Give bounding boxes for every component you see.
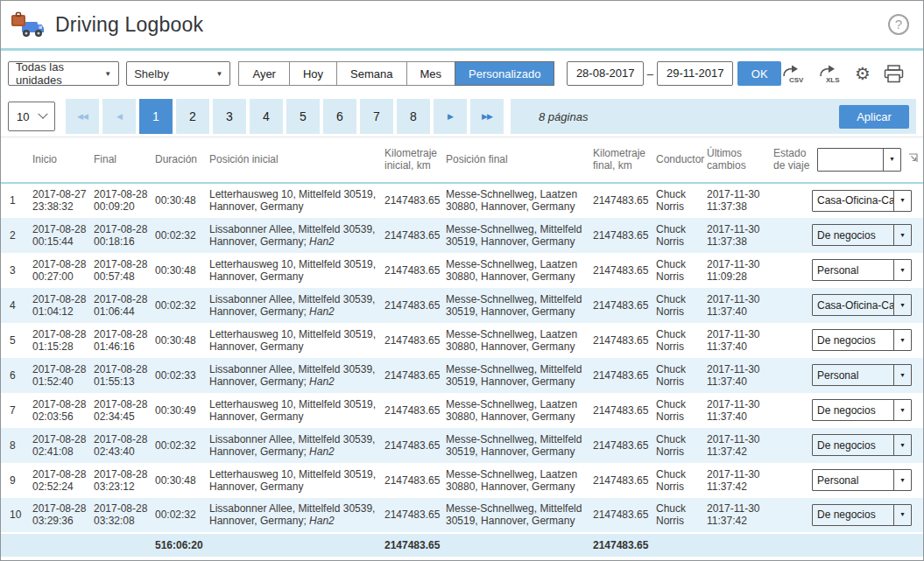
cell-km-final: 2147483.65 — [589, 183, 652, 218]
driving-logbook-window: Driving Logbook ? Todas las unidades ▼ S… — [0, 0, 924, 561]
cell-pos-final: Messe-Schnellweg, Mittelfeld 30519, Hann… — [442, 288, 589, 323]
trip-status-select[interactable]: De negocios▼ — [812, 224, 912, 246]
cell-pos-final: Messe-Schnellweg, Mittelfeld 30519, Hann… — [442, 498, 589, 533]
page-button-4[interactable]: 4 — [250, 99, 283, 134]
date-separator: – — [647, 67, 653, 81]
range-yesterday-button[interactable]: Ayer — [238, 61, 290, 86]
chevron-down-icon: ▼ — [893, 295, 911, 315]
trip-status-select[interactable]: De negocios▼ — [812, 329, 912, 351]
col-conductor: Conductor — [652, 137, 703, 183]
cell-cambios: 2017-11-3011:37:38 — [703, 183, 770, 218]
truck-icon — [10, 10, 45, 39]
page-button-1[interactable]: 1 — [139, 99, 173, 134]
cell-duracion: 00:30:49 — [152, 393, 206, 428]
help-icon[interactable]: ? — [888, 14, 909, 35]
ok-button[interactable]: OK — [737, 61, 781, 86]
cell-conductor: Chuck Norris — [652, 428, 703, 463]
unit-select[interactable]: Shelby ▼ — [126, 61, 230, 86]
range-custom-button[interactable]: Personalizado — [455, 61, 554, 86]
trip-status-select[interactable]: De negocios▼ — [812, 504, 912, 526]
trip-status-select[interactable]: Casa-Oficina-Casa▼ — [812, 190, 912, 212]
range-week-button[interactable]: Semana — [336, 61, 406, 86]
svg-text:XLS: XLS — [826, 75, 840, 83]
trip-status-select[interactable]: De negocios▼ — [812, 434, 912, 456]
cell-conductor: Chuck Norris — [652, 253, 703, 288]
last-page-button[interactable]: ▶▶ — [470, 99, 504, 134]
cell-km-inicial: 2147483.65 — [381, 288, 442, 323]
trip-status-select[interactable]: De negocios▼ — [812, 399, 912, 421]
cell-pos-final: Messe-Schnellweg, Mittelfeld 30519, Hann… — [442, 428, 589, 463]
export-csv-icon[interactable]: CSV — [781, 65, 805, 83]
estado-filter-select[interactable]: ▼ — [817, 148, 901, 172]
trip-status-select[interactable]: Casa-Oficina-Casa▼ — [812, 294, 912, 316]
print-icon[interactable] — [884, 65, 904, 83]
cell-pos-inicial: Letterhausweg 10, Mittelfeld 30519, Hann… — [206, 183, 381, 218]
next-page-button[interactable]: ▶ — [434, 99, 467, 134]
trip-status-select[interactable]: Personal▼ — [812, 469, 912, 491]
totals-km-inicial: 2147483.65 — [381, 533, 442, 557]
cell-inicio: 2017-08-2801:04:12 — [29, 288, 90, 323]
cell-rownum: 4 — [1, 288, 29, 323]
cell-km-final: 2147483.65 — [589, 393, 652, 428]
cell-km-final: 2147483.65 — [589, 463, 652, 498]
cell-inicio: 2017-08-2800:27:00 — [29, 253, 90, 288]
cell-estado: Personal▼ — [770, 358, 924, 393]
cell-final: 2017-08-2800:09:20 — [90, 183, 152, 218]
cell-pos-inicial: Lissabonner Allee, Mittelfeld 30539, Han… — [206, 218, 381, 253]
totals-duracion: 516:06:20 — [152, 533, 206, 557]
chevron-down-icon: ▼ — [893, 260, 911, 280]
cell-conductor: Chuck Norris — [652, 288, 703, 323]
date-to-input[interactable]: 29-11-2017 — [657, 61, 733, 86]
cell-estado: De negocios▼ — [770, 218, 924, 253]
unit-value: Shelby — [134, 67, 169, 81]
chevron-down-icon: ▼ — [893, 505, 911, 525]
cell-duracion: 00:02:33 — [152, 358, 206, 393]
unit-group-select[interactable]: Todas las unidades ▼ — [8, 61, 119, 86]
trip-status-select[interactable]: Personal▼ — [812, 364, 912, 386]
app-header: Driving Logbook ? — [1, 1, 923, 48]
pages-count-label: 8 páginas — [539, 110, 588, 123]
cell-final: 2017-08-2802:34:45 — [90, 393, 152, 428]
cell-conductor: Chuck Norris — [652, 323, 703, 358]
chevron-down-icon: ▼ — [883, 149, 900, 171]
page-button-7[interactable]: 7 — [360, 99, 393, 134]
cell-duracion: 00:30:48 — [152, 253, 206, 288]
cell-km-final: 2147483.65 — [589, 428, 652, 463]
export-xls-icon[interactable]: XLS — [818, 65, 842, 83]
page-size-select[interactable]: 10 — [8, 102, 55, 131]
page-button-8[interactable]: 8 — [397, 99, 430, 134]
page-button-5[interactable]: 5 — [286, 99, 320, 134]
date-from-input[interactable]: 28-08-2017 — [567, 61, 643, 86]
cell-estado: De negocios▼ — [770, 498, 924, 533]
range-month-button[interactable]: Mes — [406, 61, 456, 86]
apply-to-column-icon[interactable] — [908, 153, 918, 165]
table-row: 32017-08-2800:27:002017-08-2800:57:4800:… — [1, 253, 924, 288]
cell-cambios: 2017-11-3011:37:40 — [703, 393, 770, 428]
page-button-2[interactable]: 2 — [176, 99, 209, 134]
cell-pos-final: Messe-Schnellweg, Mittelfeld 30519, Hann… — [442, 358, 589, 393]
cell-duracion: 00:30:48 — [152, 463, 206, 498]
cell-conductor: Chuck Norris — [652, 498, 703, 533]
cell-rownum: 5 — [1, 323, 29, 358]
cell-duracion: 00:02:32 — [152, 218, 206, 253]
cell-pos-final: Messe-Schnellweg, Laatzen 30880, Hannove… — [442, 393, 589, 428]
cell-conductor: Chuck Norris — [652, 183, 703, 218]
settings-gear-icon[interactable]: ⚙ — [855, 65, 871, 82]
unit-group-value: Todas las unidades — [16, 60, 99, 87]
totals-row: 516:06:20 2147483.65 2147483.65 — [1, 533, 924, 557]
cell-final: 2017-08-2800:57:48 — [90, 253, 152, 288]
cell-duracion: 00:30:48 — [152, 183, 206, 218]
range-today-button[interactable]: Hoy — [289, 61, 337, 86]
cell-inicio: 2017-08-2802:03:56 — [29, 393, 90, 428]
page-button-3[interactable]: 3 — [213, 99, 246, 134]
cell-final: 2017-08-2803:23:12 — [90, 463, 152, 498]
chevron-down-icon: ▼ — [893, 470, 911, 490]
apply-button[interactable]: Aplicar — [839, 105, 909, 129]
cell-final: 2017-08-2801:06:44 — [90, 288, 152, 323]
first-page-button[interactable]: ◀◀ — [66, 99, 99, 134]
col-pos-inicial: Posición inicial — [206, 137, 381, 183]
prev-page-button[interactable]: ◀ — [102, 99, 136, 134]
page-button-6[interactable]: 6 — [323, 99, 356, 134]
cell-duracion: 00:02:32 — [152, 288, 206, 323]
trip-status-select[interactable]: Personal▼ — [812, 259, 912, 281]
